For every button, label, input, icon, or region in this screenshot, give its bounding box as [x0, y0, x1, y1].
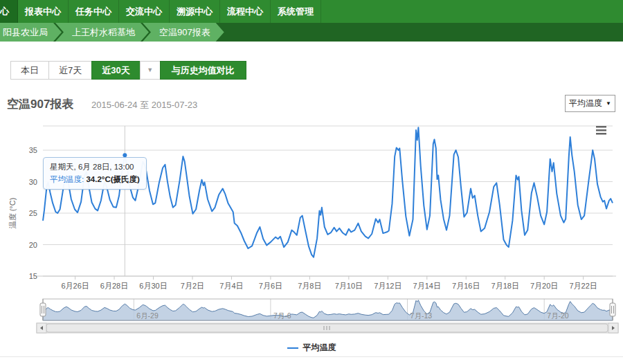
tooltip-series-label: 平均温度:	[50, 175, 84, 183]
y-tick-label: 20	[29, 241, 37, 249]
tooltip-value: 34.2°C(摄氏度)	[86, 175, 139, 183]
nav-item-trace-center[interactable]: 溯源中心	[170, 0, 220, 23]
x-tick-label: 7月16日	[452, 282, 480, 290]
breadcrumb-item-bureau[interactable]: 阳县农业局	[0, 23, 62, 42]
page-title: 空温907报表	[7, 96, 73, 112]
navigator-area[interactable]	[43, 300, 613, 320]
chart-legend[interactable]: 平均温度	[0, 342, 623, 354]
navigator-tick-label: 6月-29	[136, 311, 159, 320]
x-tick-label: 7月18日	[491, 282, 519, 290]
compare-history-button[interactable]: 与历史均值对比	[160, 61, 246, 80]
range-button-today[interactable]: 本日	[10, 61, 49, 80]
nav-item-report-center[interactable]: 报表中心	[18, 0, 69, 23]
y-tick-label: 15	[29, 272, 37, 280]
x-tick-label: 6月30日	[139, 282, 167, 290]
x-tick-label: 7月20日	[530, 282, 558, 290]
temperature-chart[interactable]: 1520253035温度 (°C)6月26日6月28日6月30日7月2日7月4日…	[0, 118, 623, 364]
legend-line-marker	[287, 347, 298, 349]
y-tick-label: 35	[29, 146, 37, 154]
nav-item-flow-center[interactable]: 流程中心	[220, 0, 271, 23]
x-tick-label: 7月22日	[569, 282, 597, 290]
nav-item-system-admin[interactable]: 系统管理	[271, 0, 321, 23]
nav-item-active-clipped[interactable]: 中心	[0, 0, 18, 23]
x-tick-label: 7月6日	[259, 282, 282, 290]
range-dropdown-caret-button[interactable]: ▼	[140, 61, 161, 80]
y-axis-title: 温度 (°C)	[8, 198, 17, 229]
scrollbar-right-arrow-button[interactable]	[608, 323, 618, 333]
metric-select[interactable]: 平均温度 ▼	[565, 95, 615, 112]
nav-item-label: 中心	[0, 6, 9, 18]
nav-item-task-center[interactable]: 任务中心	[69, 0, 119, 23]
nav-item-exchange-center[interactable]: 交流中心	[119, 0, 170, 23]
x-tick-label: 7月2日	[181, 282, 204, 290]
top-nav: 中心 报表中心 任务中心 交流中心 溯源中心 流程中心 系统管理	[0, 0, 623, 23]
x-tick-label: 7月12日	[374, 282, 401, 290]
navigator-tick-label: 7月-13	[410, 311, 433, 320]
navigator-tick-label: 7月-6	[273, 311, 291, 320]
y-tick-label: 25	[29, 209, 37, 217]
x-tick-label: 7月14日	[413, 282, 441, 290]
panel-bottom-divider	[0, 356, 623, 357]
x-tick-label: 6月28日	[100, 282, 128, 290]
breadcrumb-item-base[interactable]: 上王村水稻基地	[55, 23, 149, 42]
series-line-avg-temp[interactable]	[43, 127, 613, 257]
chevron-down-icon: ▼	[147, 66, 153, 73]
x-tick-label: 7月10日	[335, 282, 363, 290]
chevron-down-icon: ▼	[606, 100, 611, 107]
date-range-text: 2015-06-24 至 2015-07-23	[91, 99, 197, 111]
scrollbar-left-arrow-button[interactable]	[37, 323, 46, 333]
x-tick-label: 7月8日	[298, 282, 321, 290]
breadcrumb-item-report[interactable]: 空温907报表	[143, 23, 224, 42]
range-toolbar: 本日 近7天 近30天 ▼ 与历史均值对比	[10, 61, 246, 80]
page: 中心 报表中心 任务中心 交流中心 溯源中心 流程中心 系统管理 阳县农业局 上…	[0, 0, 623, 364]
breadcrumb: 阳县农业局 上王村水稻基地 空温907报表	[0, 23, 623, 42]
x-tick-label: 6月26日	[61, 282, 89, 290]
legend-label: 平均温度	[303, 342, 336, 354]
metric-select-value: 平均温度	[569, 98, 602, 109]
range-button-7days[interactable]: 近7天	[48, 61, 92, 80]
chart-menu-icon[interactable]	[596, 126, 606, 135]
x-tick-label: 7月4日	[219, 282, 243, 290]
chart-tooltip: 星期天, 6月 28日, 13:00 平均温度: 34.2°C(摄氏度)	[43, 157, 147, 190]
y-tick-label: 30	[29, 178, 37, 186]
navigator-tick-label: 7月-20	[547, 311, 569, 320]
range-button-30days[interactable]: 近30天	[91, 61, 140, 80]
tooltip-datetime: 星期天, 6月 28日, 13:00	[50, 162, 140, 172]
